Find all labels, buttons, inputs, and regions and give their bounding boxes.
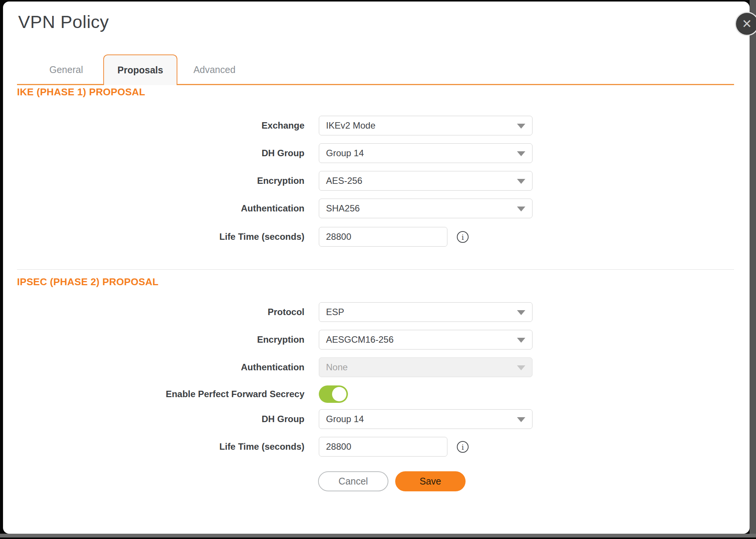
pfs-toggle[interactable] [319, 385, 348, 403]
window-edge-right [750, 0, 756, 534]
cancel-button[interactable]: Cancel [318, 471, 388, 491]
tab-bar: General Proposals Advanced [17, 54, 734, 85]
chevron-down-icon [517, 338, 525, 343]
save-button-label: Save [420, 476, 441, 487]
tab-general[interactable]: General [29, 56, 103, 84]
authentication-select[interactable]: SHA256 [319, 199, 532, 218]
window-edge-bottom [0, 534, 756, 537]
dh-group-select[interactable]: Group 14 [319, 143, 532, 163]
info-icon[interactable]: i [457, 231, 469, 243]
ipsec-encryption-row: Encryption AESGCM16-256 [17, 330, 679, 349]
ipsec-phase2-heading: IPSEC (PHASE 2) PROPOSAL [17, 276, 158, 288]
protocol-row: Protocol ESP [17, 302, 679, 322]
tab-general-label: General [50, 64, 83, 75]
exchange-row: Exchange IKEv2 Mode [17, 116, 679, 135]
chevron-down-icon [517, 365, 525, 370]
exchange-select[interactable]: IKEv2 Mode [319, 116, 532, 135]
ipsec-dh-group-label: DH Group [17, 409, 304, 429]
chevron-down-icon [517, 179, 525, 184]
chevron-down-icon [517, 417, 525, 422]
close-button[interactable]: ✕ [735, 12, 756, 36]
protocol-select-value: ESP [319, 303, 532, 321]
exchange-select-value: IKEv2 Mode [319, 116, 532, 135]
pfs-row: Enable Perfect Forward Secrecy [17, 384, 679, 404]
ipsec-life-time-row: Life Time (seconds) i [17, 437, 679, 457]
ipsec-dh-group-select[interactable]: Group 14 [319, 409, 532, 429]
exchange-label: Exchange [17, 116, 304, 135]
chevron-down-icon [517, 207, 525, 211]
tab-advanced[interactable]: Advanced [177, 56, 251, 84]
pfs-toggle-knob [332, 387, 346, 401]
close-icon: ✕ [742, 18, 752, 30]
ipsec-authentication-select-value: None [319, 358, 532, 376]
ipsec-dh-group-row: DH Group Group 14 [17, 409, 679, 429]
ipsec-authentication-row: Authentication None [17, 357, 679, 377]
tab-proposals[interactable]: Proposals [103, 54, 177, 85]
vpn-policy-dialog: VPN Policy General Proposals Advanced IK… [3, 2, 750, 534]
ipsec-encryption-select-value: AESGCM16-256 [319, 330, 532, 349]
ipsec-encryption-label: Encryption [17, 330, 304, 349]
ipsec-authentication-select: None [319, 357, 532, 377]
life-time-row: Life Time (seconds) i [17, 227, 679, 247]
authentication-row: Authentication SHA256 [17, 199, 679, 218]
encryption-label: Encryption [17, 171, 304, 191]
ipsec-encryption-select[interactable]: AESGCM16-256 [319, 330, 532, 349]
cancel-button-label: Cancel [338, 476, 368, 487]
life-time-label: Life Time (seconds) [17, 227, 304, 247]
section-divider [17, 269, 734, 270]
tab-advanced-label: Advanced [193, 64, 235, 75]
tab-proposals-label: Proposals [118, 65, 163, 76]
save-button[interactable]: Save [395, 471, 466, 491]
dh-group-label: DH Group [17, 143, 304, 163]
authentication-select-value: SHA256 [319, 199, 532, 217]
ipsec-authentication-label: Authentication [17, 357, 304, 377]
life-time-input[interactable] [319, 227, 447, 247]
pfs-label: Enable Perfect Forward Secrecy [17, 384, 304, 404]
encryption-row: Encryption AES-256 [17, 171, 679, 191]
chevron-down-icon [517, 151, 525, 156]
ike-phase1-heading: IKE (PHASE 1) PROPOSAL [17, 86, 145, 98]
authentication-label: Authentication [17, 199, 304, 218]
dh-group-select-value: Group 14 [319, 144, 532, 162]
protocol-select[interactable]: ESP [319, 302, 532, 322]
page-title: VPN Policy [18, 11, 109, 32]
ipsec-dh-group-select-value: Group 14 [319, 410, 532, 428]
info-icon[interactable]: i [457, 441, 469, 453]
protocol-label: Protocol [17, 302, 304, 322]
chevron-down-icon [517, 124, 525, 129]
encryption-select[interactable]: AES-256 [319, 171, 532, 191]
chevron-down-icon [517, 310, 525, 315]
encryption-select-value: AES-256 [319, 171, 532, 190]
dh-group-row: DH Group Group 14 [17, 143, 679, 163]
ipsec-life-time-input[interactable] [319, 437, 447, 457]
ipsec-life-time-label: Life Time (seconds) [17, 437, 304, 457]
